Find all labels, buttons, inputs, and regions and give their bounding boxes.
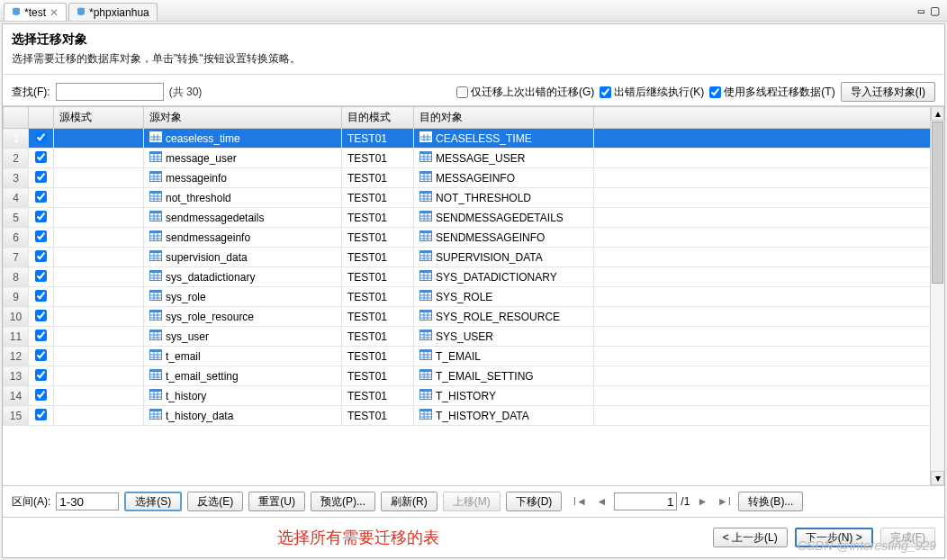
import-button[interactable]: 导入迁移对象(I) [841,82,935,102]
col-extra[interactable] [594,107,944,129]
page-total: /1 [681,495,690,508]
cell-dst-schema: TEST01 [342,149,414,168]
cell-extra [594,366,944,386]
col-dst-obj[interactable]: 目的对象 [414,107,594,129]
row-checkbox[interactable] [35,270,47,282]
table-row[interactable]: 13 t_email_settingTEST01 T_EMAIL_SETTING [4,366,944,386]
col-src-schema[interactable]: 源模式 [54,107,144,129]
select-button[interactable]: 选择(S) [124,492,182,511]
table-row[interactable]: 6 sendmessageinfoTEST01 SENDMESSAGEINFO [4,228,944,248]
scroll-up-icon[interactable]: ▴ [931,106,944,121]
col-dst-schema[interactable]: 目的模式 [342,107,414,129]
cell-src-schema [54,366,144,386]
table-row[interactable]: 8 sys_datadictionaryTEST01 SYS_DATADICTI… [4,267,944,287]
opt-multithread[interactable]: 使用多线程迁移数据(T) [709,85,834,100]
row-checkbox[interactable] [35,389,47,401]
cell-src-obj: supervision_data [144,248,342,267]
table-row[interactable]: 9 sys_roleTEST01 SYS_ROLE [4,287,944,307]
tab-test[interactable]: *test ✕ [4,3,67,21]
table-row[interactable]: 11 sys_userTEST01 SYS_USER [4,327,944,347]
row-checkbox[interactable] [35,310,47,321]
search-label: 查找(F): [12,85,50,100]
cell-src-schema [54,168,144,188]
svg-rect-75 [150,253,161,260]
vertical-scrollbar[interactable]: ▴ ▾ [930,106,944,485]
cell-extra [594,188,944,208]
maximize-icon[interactable]: ▢ [930,5,940,17]
row-checkbox[interactable] [35,349,47,361]
table-icon [149,250,162,264]
svg-rect-129 [420,332,431,339]
search-input[interactable] [56,83,164,101]
next-button[interactable]: 下一步(N) > [795,528,873,547]
svg-rect-99 [150,293,161,300]
table-row[interactable]: 10 sys_role_resourceTEST01 SYS_ROLE_RESO… [4,307,944,327]
table-row[interactable]: 4 not_thresholdTEST01 NOT_THRESHOLD [4,188,944,208]
row-checkbox[interactable] [35,369,47,381]
row-number: 1 [4,129,29,149]
cell-extra [594,347,944,366]
table-row[interactable]: 15 t_history_dataTEST01 T_HISTORY_DATA [4,406,944,426]
preview-button[interactable]: 预览(P)... [311,492,375,511]
svg-rect-39 [150,194,161,201]
cell-src-schema [54,386,144,406]
table-icon [419,389,432,402]
minimize-icon[interactable]: ▭ [918,5,924,17]
tab-phpxianhua[interactable]: *phpxianhua [68,3,158,21]
table-row[interactable]: 14 t_historyTEST01 T_HISTORY [4,386,944,406]
row-checkbox[interactable] [35,409,47,420]
cell-dst-schema: TEST01 [342,228,414,248]
table-row[interactable]: 2 message_userTEST01 MESSAGE_USER [4,149,944,168]
svg-rect-63 [150,233,161,240]
col-src-obj[interactable]: 源对象 [144,107,342,129]
table-row[interactable]: 7 supervision_dataTEST01 SUPERVISION_DAT… [4,248,944,267]
refresh-button[interactable]: 刷新(R) [381,492,437,511]
table-row[interactable]: 1 ceaseless_timeTEST01 CEASELESS_TIME [4,129,944,149]
row-checkbox[interactable] [35,290,47,302]
cell-dst-schema: TEST01 [342,366,414,386]
cell-dst-obj: SYS_USER [414,327,594,347]
svg-rect-105 [420,293,431,300]
row-checkbox[interactable] [35,230,47,242]
svg-rect-21 [420,154,431,161]
page-prev-icon[interactable]: ◄ [592,492,610,510]
cell-extra [594,386,944,406]
row-checkbox[interactable] [35,250,47,262]
move-down-button[interactable]: 下移(D) [506,492,563,511]
svg-rect-3 [150,134,161,141]
cell-src-schema [54,228,144,248]
table-icon [419,330,432,343]
row-checkbox[interactable] [35,330,47,341]
col-checkbox[interactable] [29,107,54,129]
table-row[interactable]: 12 t_emailTEST01 T_EMAIL [4,347,944,366]
col-rownum[interactable] [4,107,29,129]
row-checkbox[interactable] [35,191,47,203]
scroll-thumb[interactable] [932,122,943,284]
page-next-icon[interactable]: ► [693,492,711,510]
page-first-icon[interactable]: І◄ [571,492,589,510]
opt-err-only[interactable]: 仅迁移上次出错的迁移(G) [456,85,594,100]
table-row[interactable]: 5 sendmessagedetailsTEST01 SENDMESSAGEDE… [4,208,944,228]
cell-src-obj: not_threshold [144,188,342,208]
page-input[interactable] [614,492,677,510]
invert-button[interactable]: 反选(E) [187,492,243,511]
close-icon[interactable]: ✕ [50,6,59,19]
svg-rect-123 [150,332,161,339]
opt-continue[interactable]: 出错后继续执行(K) [600,85,704,100]
page-last-icon[interactable]: ►І [715,492,733,510]
back-button[interactable]: < 上一步(L) [713,528,788,547]
table-row[interactable]: 3 messageinfoTEST01 MESSAGEINFO [4,168,944,188]
scroll-down-icon[interactable]: ▾ [931,471,944,485]
cell-src-obj: ceaseless_time [144,129,342,149]
reset-button[interactable]: 重置(U) [248,492,305,511]
cell-src-obj: t_email_setting [144,366,342,386]
row-checkbox[interactable] [35,151,47,163]
convert-button[interactable]: 转换(B)... [738,492,803,511]
row-checkbox[interactable] [35,171,47,183]
table-icon [149,330,162,343]
range-input[interactable] [56,492,119,510]
row-checkbox[interactable] [35,211,47,222]
svg-rect-45 [420,194,431,201]
cell-src-obj: sendmessagedetails [144,208,342,228]
row-checkbox[interactable] [35,131,47,143]
